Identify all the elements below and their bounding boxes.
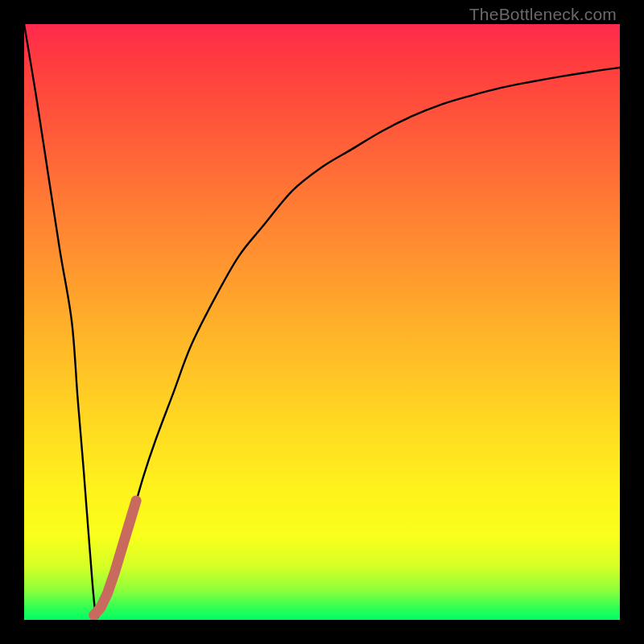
plot-area xyxy=(24,24,620,620)
chart-frame: TheBottleneck.com xyxy=(0,0,644,644)
bottleneck-curve xyxy=(24,24,620,617)
curves-svg xyxy=(24,24,620,620)
watermark-text: TheBottleneck.com xyxy=(469,5,617,24)
highlight-segment xyxy=(94,501,137,615)
